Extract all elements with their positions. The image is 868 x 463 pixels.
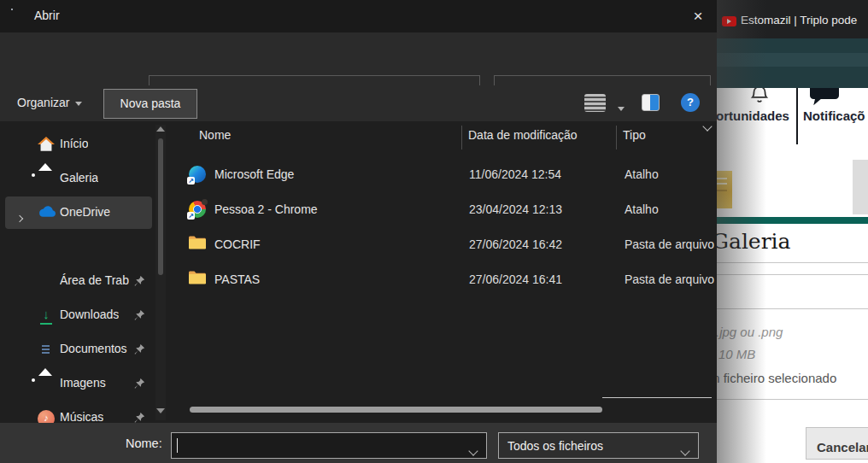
shortcut-arrow-icon: ↗ xyxy=(187,212,195,220)
filename-label: Nome: xyxy=(126,437,162,450)
close-icon[interactable]: × xyxy=(683,5,713,27)
sidebar-item-home[interactable]: Início xyxy=(5,128,152,161)
text-caret xyxy=(177,438,178,453)
pin-icon xyxy=(133,275,145,287)
organize-caret-icon xyxy=(75,102,82,106)
music-icon: ♪ xyxy=(38,410,55,423)
chrome-icon: ↗ xyxy=(189,201,206,218)
file-row-pastas[interactable]: PASTAS 27/06/2024 16:41 Pasta de arquivo xyxy=(171,262,717,297)
screen: Estomazil | Triplo pode ortunidades Noti… xyxy=(0,0,868,463)
notifications-chat-icon xyxy=(810,88,846,108)
sidebar-item-music[interactable]: ♪ Músicas xyxy=(5,401,152,423)
column-header-name[interactable]: Nome xyxy=(199,128,231,142)
dialog-navbar: ← → ↑ Área de Trabalho xyxy=(0,32,717,85)
cancel-button[interactable]: Cancelar xyxy=(806,427,868,460)
profile-badge xyxy=(202,199,208,205)
view-mode-caret-icon[interactable] xyxy=(618,107,625,111)
file-type-select[interactable]: Todos os ficheiros xyxy=(498,432,699,459)
dialog-shadow xyxy=(717,0,766,463)
pin-icon xyxy=(133,309,145,321)
sidebar-scrollbar[interactable] xyxy=(155,125,166,420)
scrollbar-thumb[interactable] xyxy=(158,138,163,275)
list-bottom-border xyxy=(602,397,712,398)
horizontal-scrollbar[interactable] xyxy=(190,407,602,413)
onedrive-cloud-icon xyxy=(38,205,55,222)
sidebar-item-gallery[interactable]: Galeria xyxy=(5,162,152,195)
sidebar-item-onedrive[interactable]: OneDrive xyxy=(5,196,152,229)
file-type-value: Todos os ficheiros xyxy=(507,439,603,453)
scroll-up-icon[interactable] xyxy=(156,126,165,132)
sidebar-item-downloads[interactable]: ↓ Downloads xyxy=(5,299,152,331)
pin-icon xyxy=(133,378,145,390)
download-icon: ↓ xyxy=(38,308,55,325)
dialog-titlebar: Abrir × xyxy=(0,0,717,32)
sidebar-item-documents[interactable]: Documentos xyxy=(5,333,152,366)
new-folder-button[interactable]: Nova pasta xyxy=(103,89,197,119)
dialog-toolbar: Organizar Nova pasta ? xyxy=(0,85,717,121)
folder-icon xyxy=(189,236,206,253)
sidebar-item-pictures[interactable]: Imagens xyxy=(5,367,152,400)
page-nav-notifications[interactable]: Notificaçõ xyxy=(803,108,868,123)
expand-chevron-icon[interactable] xyxy=(16,215,23,222)
scroll-down-icon[interactable] xyxy=(156,408,165,413)
column-header-date[interactable]: Data de modificação xyxy=(468,128,578,142)
column-separator[interactable] xyxy=(461,126,462,149)
filename-input[interactable] xyxy=(171,432,487,459)
filename-dropdown-icon[interactable] xyxy=(468,446,478,455)
home-icon xyxy=(38,137,55,154)
shortcut-arrow-icon: ↗ xyxy=(187,177,195,185)
sidebar-item-desktop[interactable]: Área de Trab xyxy=(5,265,152,297)
file-list-header: Nome Data de modificação Tipo xyxy=(171,121,717,154)
file-type-dropdown-icon[interactable] xyxy=(680,446,689,455)
file-row-pessoa2-chrome[interactable]: ↗ Pessoa 2 - Chrome 23/04/2024 12:13 Ata… xyxy=(171,192,717,227)
dialog-title: Abrir xyxy=(34,9,60,22)
view-mode-icon[interactable] xyxy=(584,94,606,112)
page-nav-divider xyxy=(796,88,798,144)
open-file-dialog: Abrir × ← → ↑ Área de Trabalho xyxy=(0,0,717,463)
dialog-body: Início Galeria OneDrive Área de Trab ↓ xyxy=(0,121,717,423)
column-header-type[interactable]: Tipo xyxy=(623,128,646,142)
pin-icon xyxy=(133,412,145,423)
preview-pane-icon[interactable] xyxy=(642,94,660,111)
edge-icon: ↗ xyxy=(189,166,206,183)
help-icon[interactable]: ? xyxy=(681,93,700,112)
column-separator[interactable] xyxy=(616,126,617,149)
sort-chevron-icon xyxy=(702,121,712,131)
file-row-microsoft-edge[interactable]: ↗ Microsoft Edge 11/06/2024 12:54 Atalho xyxy=(171,157,717,192)
folder-icon xyxy=(189,271,206,288)
pin-icon xyxy=(133,343,145,355)
page-image-edge xyxy=(853,160,868,214)
dialog-footer: Nome: Todos os ficheiros xyxy=(0,423,717,463)
organize-menu[interactable]: Organizar xyxy=(17,96,82,109)
file-row-cocrif[interactable]: COCRIF 27/06/2024 16:42 Pasta de arquivo xyxy=(171,227,717,262)
